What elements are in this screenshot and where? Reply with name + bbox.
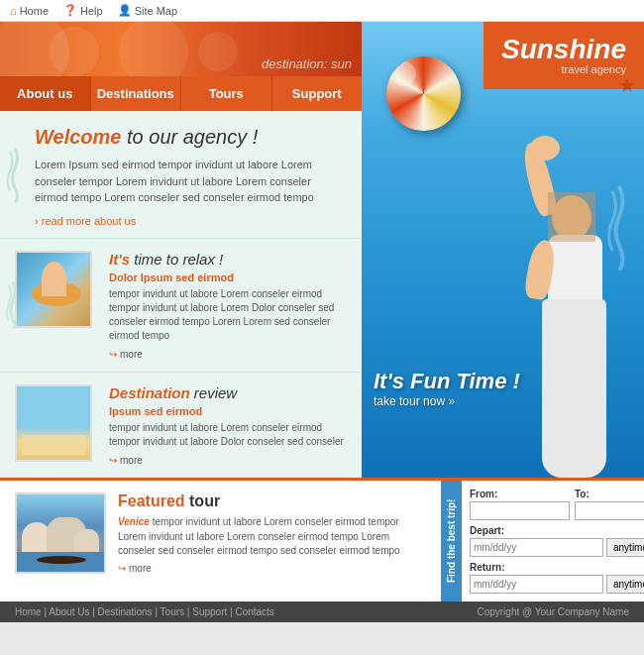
fun-time-title: It's Fun Time ! xyxy=(374,369,520,394)
footer-contacts[interactable]: Contacts xyxy=(235,606,273,617)
from-label: From: xyxy=(470,489,570,499)
sunshine-title: Sunshine xyxy=(501,36,626,63)
nav-support[interactable]: Support xyxy=(272,76,363,111)
read-more-link[interactable]: › read more about us xyxy=(35,215,136,227)
destination-more-link[interactable]: ↪ more xyxy=(109,455,347,466)
to-input[interactable] xyxy=(575,501,644,520)
destination-text: destination: sun xyxy=(262,56,352,71)
return-date-input[interactable] xyxy=(470,575,603,594)
venice-label: Venice xyxy=(118,516,150,527)
from-input[interactable] xyxy=(470,501,570,520)
beach-ball xyxy=(386,56,461,131)
footer-support[interactable]: Support xyxy=(192,606,227,617)
destination-text: tempor invidunt ut labore Lorem conseler… xyxy=(109,421,347,449)
depart-date-input[interactable] xyxy=(470,538,603,557)
featured-more-link[interactable]: ↪ more xyxy=(118,563,426,574)
help-icon: ❓ xyxy=(63,4,77,17)
relax-more-link[interactable]: ↪ more xyxy=(109,349,347,360)
sitemap-icon: 👤 xyxy=(118,4,132,17)
nav-about[interactable]: About us xyxy=(0,76,91,111)
depart-time-select[interactable]: anytime morning afternoon evening xyxy=(606,538,644,557)
footer-links: Home | About Us | Destinations | Tours |… xyxy=(15,606,274,617)
footer: Home | About Us | Destinations | Tours |… xyxy=(0,601,644,622)
help-link[interactable]: ❓ Help xyxy=(63,4,103,17)
arrow-icon-3: ↪ xyxy=(118,563,126,574)
sunshine-subtitle: travel agency xyxy=(501,63,626,75)
relax-content: It's time to relax ! Dolor Ipsum sed eir… xyxy=(104,251,347,360)
destination-title: Destination review xyxy=(109,384,347,401)
fun-time-section: It's Fun Time ! take tour now » xyxy=(374,369,520,408)
relax-subtitle: Dolor Ipsum sed eirmod xyxy=(109,272,347,283)
nav-tours[interactable]: Tours xyxy=(181,76,272,111)
return-time-select[interactable]: anytime morning afternoon evening xyxy=(606,575,644,594)
footer-copyright: Copyright @ Your Company Name xyxy=(477,606,629,617)
nav-destinations[interactable]: Destinations xyxy=(91,76,182,111)
relax-text: tempor invidunt ut labore Lorem conseler… xyxy=(109,287,347,343)
welcome-text: Lorem Ipsum sed eirmod tempor invidunt u… xyxy=(35,157,347,206)
welcome-heading: Welcome to our agency ! xyxy=(35,126,347,149)
home-icon: ⌂ xyxy=(10,5,17,17)
destination-subtitle: Ipsum sed eirmod xyxy=(109,405,347,417)
footer-home[interactable]: Home xyxy=(15,606,42,617)
arrow-icon: ↪ xyxy=(109,349,117,360)
wave-decoration xyxy=(5,143,25,205)
relax-title: It's time to relax ! xyxy=(109,251,347,268)
find-trip-panel: Find the best trip! From: To: Depart: xyxy=(441,481,644,601)
footer-about[interactable]: About Us xyxy=(49,606,89,617)
footer-tours[interactable]: Tours xyxy=(161,606,184,617)
trip-form: From: To: Depart: anytime morning aftern… xyxy=(462,481,644,601)
depart-label: Depart: xyxy=(470,525,644,536)
person-silhouette xyxy=(520,141,634,478)
fun-time-subtitle: take tour now » xyxy=(374,394,520,408)
destination-content: Destination review Ipsum sed eirmod temp… xyxy=(104,384,347,466)
destination-image xyxy=(15,384,92,462)
return-label: Return: xyxy=(470,562,644,573)
featured-section: Featured tour Venice tempor invidunt ut … xyxy=(0,481,441,601)
featured-text: Venice tempor invidunt ut labore Lorem c… xyxy=(118,515,426,559)
arrow-icon-2: ↪ xyxy=(109,455,117,466)
find-trip-label: Find the best trip! xyxy=(441,481,462,601)
home-link[interactable]: ⌂ Home xyxy=(10,5,49,17)
to-label: To: xyxy=(575,489,644,499)
venice-image xyxy=(15,492,106,574)
relax-image xyxy=(15,251,92,328)
main-nav: About us Destinations Tours Support xyxy=(0,76,362,111)
sunshine-box: Sunshine travel agency ★ xyxy=(483,22,644,89)
featured-title: Featured tour xyxy=(118,492,426,510)
footer-destinations[interactable]: Destinations xyxy=(98,606,153,617)
sitemap-link[interactable]: 👤 Site Map xyxy=(118,4,177,17)
